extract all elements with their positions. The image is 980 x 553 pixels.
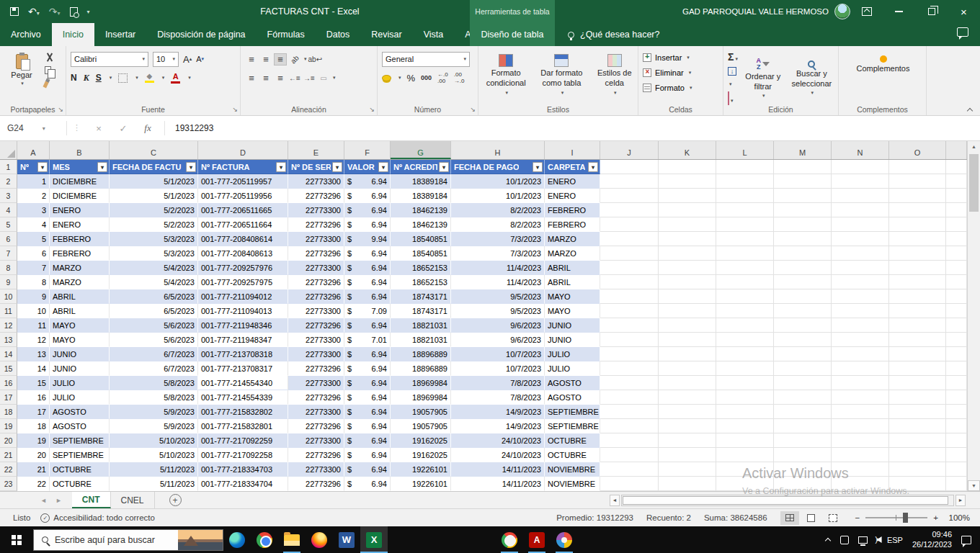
grid-cell[interactable]	[716, 275, 774, 289]
grid-cell[interactable]: 5/9/2023	[110, 405, 198, 419]
grid-cell[interactable]	[774, 405, 832, 419]
collapse-ribbon-icon[interactable]	[967, 107, 973, 112]
paste-button[interactable]: Pegar ▾	[4, 50, 39, 88]
grid-cell[interactable]: ENERO	[545, 189, 600, 203]
grid-cell[interactable]	[659, 189, 716, 203]
grid-cell[interactable]	[716, 189, 774, 203]
page-layout-view-button[interactable]	[802, 511, 821, 525]
grid-cell[interactable]: 5/10/2023	[110, 433, 198, 448]
grid-cell[interactable]	[774, 419, 832, 433]
grid-cell[interactable]: 22773296	[288, 477, 344, 491]
taskbar-app-explorer[interactable]	[278, 526, 306, 553]
grid-cell[interactable]: JUNIO	[545, 318, 600, 333]
tab-inicio[interactable]: Inicio	[52, 23, 94, 46]
table-col-header[interactable]: FECHA DE PAGO▾	[451, 160, 545, 174]
grid-cell[interactable]	[716, 160, 774, 174]
row-header-8[interactable]: 8	[0, 261, 17, 275]
grid-cell[interactable]	[659, 160, 716, 174]
grid-cell[interactable]: MARZO	[545, 232, 600, 246]
grid-cell[interactable]: 4	[17, 217, 50, 232]
grid-cell[interactable]: 18896889	[391, 361, 451, 376]
grid-cell[interactable]: 18743171	[391, 289, 451, 304]
grid-cell[interactable]	[716, 203, 774, 217]
horizontal-scrollbar[interactable]: ◄ ►	[610, 492, 980, 508]
tab-table-design[interactable]: Diseño de tabla	[470, 23, 555, 46]
grid-cell[interactable]: DICIEMBRE	[50, 189, 110, 203]
underline-button[interactable]: S	[96, 73, 102, 83]
column-header-O[interactable]: O	[889, 141, 946, 159]
grid-cell[interactable]	[774, 289, 832, 304]
cancel-entry-icon[interactable]: ×	[86, 123, 111, 134]
grid-cell[interactable]	[774, 462, 832, 477]
grid-cell[interactable]	[659, 419, 716, 433]
grid-cell[interactable]	[600, 275, 659, 289]
grid-cell[interactable]	[600, 433, 659, 448]
row-header-22[interactable]: 22	[0, 462, 17, 477]
network-icon[interactable]	[858, 536, 868, 544]
zoom-out-button[interactable]: −	[855, 513, 860, 522]
row-header-10[interactable]: 10	[0, 289, 17, 304]
grid-cell[interactable]	[774, 361, 832, 376]
row-header-16[interactable]: 16	[0, 376, 17, 390]
grid-cell[interactable]	[659, 361, 716, 376]
grid-cell[interactable]	[946, 390, 967, 405]
grid-cell[interactable]: 6/5/2023	[110, 289, 198, 304]
grid-cell[interactable]	[832, 333, 889, 347]
grid-cell[interactable]: MAYO	[545, 304, 600, 318]
grid-cell[interactable]: FEBRERO	[545, 203, 600, 217]
normal-view-button[interactable]	[780, 511, 799, 525]
grid-cell[interactable]: 22773300	[288, 433, 344, 448]
grid-cell[interactable]	[946, 217, 967, 232]
grid-cell[interactable]	[774, 189, 832, 203]
grid-cell[interactable]: 22773296	[288, 275, 344, 289]
grid-cell[interactable]	[832, 232, 889, 246]
row-header-23[interactable]: 23	[0, 477, 17, 491]
grid-cell[interactable]: 22773300	[288, 376, 344, 390]
grid-cell[interactable]: $6.94	[344, 462, 391, 477]
grid-cell[interactable]: $6.94	[344, 347, 391, 361]
grid-cell[interactable]: 22	[17, 477, 50, 491]
grid-cell[interactable]	[716, 405, 774, 419]
grid-cell[interactable]	[946, 318, 967, 333]
grid-cell[interactable]: JUNIO	[50, 361, 110, 376]
scroll-down-icon[interactable]: ▼	[968, 480, 980, 491]
language-indicator[interactable]: ESP	[887, 536, 903, 544]
grid-cell[interactable]: 9/5/2023	[451, 304, 545, 318]
grid-cell[interactable]: 001-777-214554340	[198, 376, 288, 390]
grid-cell[interactable]	[659, 203, 716, 217]
grid-cell[interactable]: $6.94	[344, 361, 391, 376]
grid-cell[interactable]: 6/5/2023	[110, 304, 198, 318]
copy-icon[interactable]	[45, 66, 51, 74]
grid-cell[interactable]: 001-777-214554339	[198, 390, 288, 405]
grid-cell[interactable]	[889, 232, 946, 246]
grid-cell[interactable]	[659, 232, 716, 246]
grid-cell[interactable]	[600, 448, 659, 462]
grid-cell[interactable]: 18389184	[391, 189, 451, 203]
grid-cell[interactable]: 18389184	[391, 174, 451, 189]
grid-cell[interactable]	[832, 448, 889, 462]
print-preview-icon[interactable]	[70, 7, 78, 17]
grid-cell[interactable]: 5/1/2023	[110, 174, 198, 189]
grid-cell[interactable]	[774, 390, 832, 405]
grid-cell[interactable]: OCTUBRE	[545, 433, 600, 448]
grid-cell[interactable]	[889, 390, 946, 405]
grid-cell[interactable]: 18969984	[391, 390, 451, 405]
fill-down-icon[interactable]: ↓	[728, 67, 736, 76]
grid-cell[interactable]: $6.94	[344, 289, 391, 304]
grid-cell[interactable]	[600, 390, 659, 405]
zoom-slider[interactable]	[865, 517, 927, 518]
grid-cell[interactable]	[832, 246, 889, 261]
table-col-header[interactable]: Nº FACTURA▾	[198, 160, 288, 174]
grid-cell[interactable]	[600, 174, 659, 189]
grid-cell[interactable]	[774, 347, 832, 361]
grid-cell[interactable]: 22773300	[288, 261, 344, 275]
grid-cell[interactable]: JULIO	[545, 347, 600, 361]
grid-cell[interactable]: 9/6/2023	[451, 318, 545, 333]
merge-center-icon[interactable]: ▭	[317, 74, 330, 82]
row-header-9[interactable]: 9	[0, 275, 17, 289]
grid-cell[interactable]	[600, 203, 659, 217]
grid-cell[interactable]	[774, 333, 832, 347]
undo-icon[interactable]: ↶▾	[28, 6, 40, 17]
grid-cell[interactable]	[774, 448, 832, 462]
grid-cell[interactable]: 9	[17, 289, 50, 304]
